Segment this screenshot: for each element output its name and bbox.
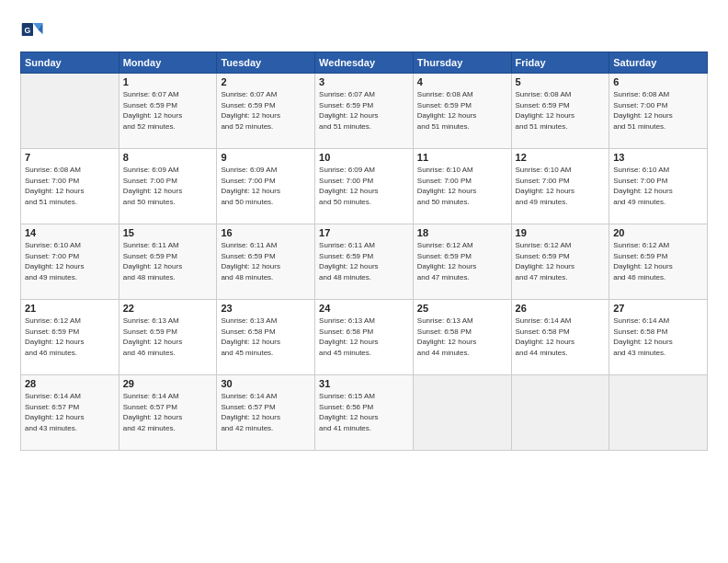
day-number: 2 (221, 76, 311, 87)
week-row-3: 14Sunrise: 6:10 AMSunset: 7:00 PMDayligh… (21, 224, 708, 300)
calendar-cell: 23Sunrise: 6:13 AMSunset: 6:58 PMDayligh… (217, 300, 315, 375)
day-number: 3 (319, 76, 409, 87)
day-number: 27 (613, 303, 703, 314)
day-number: 25 (417, 303, 507, 314)
day-info: Sunrise: 6:11 AMSunset: 6:59 PMDaylight:… (221, 240, 311, 282)
calendar-cell: 20Sunrise: 6:12 AMSunset: 6:59 PMDayligh… (609, 224, 708, 300)
day-info: Sunrise: 6:15 AMSunset: 6:56 PMDaylight:… (319, 391, 409, 433)
weekday-header-saturday: Saturday (609, 52, 708, 74)
weekday-header-row: SundayMondayTuesdayWednesdayThursdayFrid… (21, 52, 708, 74)
calendar-cell: 17Sunrise: 6:11 AMSunset: 6:59 PMDayligh… (315, 224, 414, 300)
calendar-cell: 19Sunrise: 6:12 AMSunset: 6:59 PMDayligh… (511, 224, 609, 300)
day-info: Sunrise: 6:09 AMSunset: 7:00 PMDaylight:… (123, 165, 213, 207)
day-number: 29 (123, 378, 213, 389)
day-number: 26 (516, 303, 606, 314)
day-number: 11 (417, 152, 507, 163)
calendar-cell: 7Sunrise: 6:08 AMSunset: 7:00 PMDaylight… (21, 149, 119, 224)
day-info: Sunrise: 6:12 AMSunset: 6:59 PMDaylight:… (25, 316, 115, 358)
calendar-cell: 9Sunrise: 6:09 AMSunset: 7:00 PMDaylight… (217, 149, 315, 224)
day-info: Sunrise: 6:14 AMSunset: 6:58 PMDaylight:… (516, 316, 606, 358)
header: G (20, 17, 708, 42)
svg-text:G: G (24, 26, 30, 35)
weekday-header-sunday: Sunday (21, 52, 119, 74)
calendar-cell: 30Sunrise: 6:14 AMSunset: 6:57 PMDayligh… (217, 375, 315, 451)
day-info: Sunrise: 6:14 AMSunset: 6:57 PMDaylight:… (123, 391, 213, 433)
day-info: Sunrise: 6:13 AMSunset: 6:58 PMDaylight:… (221, 316, 311, 358)
day-number: 6 (613, 76, 703, 87)
day-number: 20 (613, 227, 703, 238)
day-info: Sunrise: 6:14 AMSunset: 6:58 PMDaylight:… (613, 316, 703, 358)
day-info: Sunrise: 6:10 AMSunset: 7:00 PMDaylight:… (417, 165, 507, 207)
day-info: Sunrise: 6:08 AMSunset: 6:59 PMDaylight:… (417, 89, 507, 132)
day-info: Sunrise: 6:14 AMSunset: 6:57 PMDaylight:… (25, 391, 115, 433)
day-info: Sunrise: 6:12 AMSunset: 6:59 PMDaylight:… (516, 240, 606, 282)
calendar-cell: 21Sunrise: 6:12 AMSunset: 6:59 PMDayligh… (21, 300, 119, 375)
week-row-2: 7Sunrise: 6:08 AMSunset: 7:00 PMDaylight… (21, 149, 708, 224)
day-info: Sunrise: 6:08 AMSunset: 7:00 PMDaylight:… (25, 165, 115, 207)
day-info: Sunrise: 6:13 AMSunset: 6:58 PMDaylight:… (319, 316, 409, 358)
day-info: Sunrise: 6:13 AMSunset: 6:59 PMDaylight:… (123, 316, 213, 358)
week-row-1: 1Sunrise: 6:07 AMSunset: 6:59 PMDaylight… (21, 74, 708, 149)
day-number: 31 (319, 378, 409, 389)
day-number: 28 (25, 378, 115, 389)
day-info: Sunrise: 6:09 AMSunset: 7:00 PMDaylight:… (319, 165, 409, 207)
calendar-cell: 2Sunrise: 6:07 AMSunset: 6:59 PMDaylight… (217, 74, 315, 149)
day-number: 30 (221, 378, 311, 389)
day-number: 18 (417, 227, 507, 238)
week-row-5: 28Sunrise: 6:14 AMSunset: 6:57 PMDayligh… (21, 375, 708, 451)
calendar-cell (609, 375, 708, 451)
day-number: 12 (516, 152, 606, 163)
day-info: Sunrise: 6:11 AMSunset: 6:59 PMDaylight:… (319, 240, 409, 282)
day-info: Sunrise: 6:12 AMSunset: 6:59 PMDaylight:… (417, 240, 507, 282)
weekday-header-monday: Monday (119, 52, 217, 74)
day-number: 4 (417, 76, 507, 87)
calendar-cell: 15Sunrise: 6:11 AMSunset: 6:59 PMDayligh… (119, 224, 217, 300)
calendar-cell: 10Sunrise: 6:09 AMSunset: 7:00 PMDayligh… (315, 149, 414, 224)
day-info: Sunrise: 6:07 AMSunset: 6:59 PMDaylight:… (221, 89, 311, 132)
day-number: 10 (319, 152, 409, 163)
day-info: Sunrise: 6:13 AMSunset: 6:58 PMDaylight:… (417, 316, 507, 358)
calendar-cell: 27Sunrise: 6:14 AMSunset: 6:58 PMDayligh… (609, 300, 708, 375)
calendar-cell: 24Sunrise: 6:13 AMSunset: 6:58 PMDayligh… (315, 300, 414, 375)
day-number: 24 (319, 303, 409, 314)
day-info: Sunrise: 6:10 AMSunset: 7:00 PMDaylight:… (25, 240, 115, 282)
day-info: Sunrise: 6:10 AMSunset: 7:00 PMDaylight:… (613, 165, 703, 207)
day-number: 5 (516, 76, 606, 87)
day-number: 19 (516, 227, 606, 238)
calendar-cell: 3Sunrise: 6:07 AMSunset: 6:59 PMDaylight… (315, 74, 414, 149)
calendar-cell: 1Sunrise: 6:07 AMSunset: 6:59 PMDaylight… (119, 74, 217, 149)
day-info: Sunrise: 6:07 AMSunset: 6:59 PMDaylight:… (319, 89, 409, 132)
calendar-cell: 5Sunrise: 6:08 AMSunset: 6:59 PMDaylight… (511, 74, 609, 149)
day-number: 21 (25, 303, 115, 314)
calendar-cell: 31Sunrise: 6:15 AMSunset: 6:56 PMDayligh… (315, 375, 414, 451)
calendar-cell: 14Sunrise: 6:10 AMSunset: 7:00 PMDayligh… (21, 224, 119, 300)
calendar: SundayMondayTuesdayWednesdayThursdayFrid… (20, 52, 708, 451)
calendar-cell: 12Sunrise: 6:10 AMSunset: 7:00 PMDayligh… (511, 149, 609, 224)
day-number: 17 (319, 227, 409, 238)
logo: G (20, 17, 48, 42)
weekday-header-tuesday: Tuesday (217, 52, 315, 74)
day-info: Sunrise: 6:10 AMSunset: 7:00 PMDaylight:… (516, 165, 606, 207)
calendar-cell: 8Sunrise: 6:09 AMSunset: 7:00 PMDaylight… (119, 149, 217, 224)
calendar-cell: 11Sunrise: 6:10 AMSunset: 7:00 PMDayligh… (413, 149, 511, 224)
calendar-cell (413, 375, 511, 451)
calendar-cell: 6Sunrise: 6:08 AMSunset: 7:00 PMDaylight… (609, 74, 708, 149)
page: G SundayMondayTuesdayWednesdayThursdayFr… (0, 0, 728, 563)
calendar-cell: 22Sunrise: 6:13 AMSunset: 6:59 PMDayligh… (119, 300, 217, 375)
day-number: 15 (123, 227, 213, 238)
logo-icon: G (20, 17, 46, 42)
day-info: Sunrise: 6:08 AMSunset: 6:59 PMDaylight:… (516, 89, 606, 132)
calendar-cell: 28Sunrise: 6:14 AMSunset: 6:57 PMDayligh… (21, 375, 119, 451)
calendar-cell: 4Sunrise: 6:08 AMSunset: 6:59 PMDaylight… (413, 74, 511, 149)
weekday-header-wednesday: Wednesday (315, 52, 414, 74)
day-info: Sunrise: 6:08 AMSunset: 7:00 PMDaylight:… (613, 89, 703, 132)
day-number: 8 (123, 152, 213, 163)
day-info: Sunrise: 6:12 AMSunset: 6:59 PMDaylight:… (613, 240, 703, 282)
weekday-header-friday: Friday (511, 52, 609, 74)
day-number: 1 (123, 76, 213, 87)
weekday-header-thursday: Thursday (413, 52, 511, 74)
day-number: 14 (25, 227, 115, 238)
calendar-cell (21, 74, 119, 149)
calendar-cell: 29Sunrise: 6:14 AMSunset: 6:57 PMDayligh… (119, 375, 217, 451)
calendar-cell: 13Sunrise: 6:10 AMSunset: 7:00 PMDayligh… (609, 149, 708, 224)
